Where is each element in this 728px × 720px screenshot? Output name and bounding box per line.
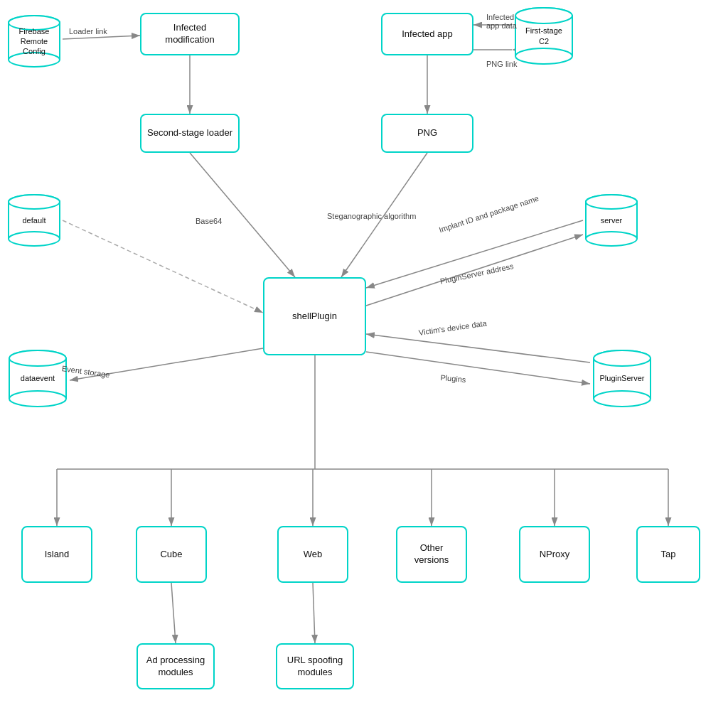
- first-stage-c2-cylinder: First-stage C2: [512, 6, 576, 66]
- svg-point-54: [9, 350, 66, 366]
- svg-point-35: [515, 48, 572, 64]
- second-stage-loader-box: Second-stage loader: [140, 114, 240, 153]
- infected-modification-box: Infected modification: [140, 13, 240, 55]
- svg-line-8: [63, 220, 263, 313]
- svg-point-47: [586, 232, 637, 246]
- shellplugin-box: shellPlugin: [263, 277, 366, 355]
- web-box: Web: [277, 526, 348, 583]
- svg-line-13: [366, 352, 590, 384]
- infected-app-box: Infected app: [381, 13, 473, 55]
- diagram-container: Infected modification Second-stage loade…: [0, 0, 728, 720]
- infected-app-data-label: Infectedapp data: [486, 13, 517, 30]
- steganographic-label: Steganographic algorithm: [327, 212, 416, 220]
- png-box: PNG: [381, 114, 473, 153]
- svg-line-2: [63, 36, 140, 39]
- base64-label: Base64: [196, 217, 222, 225]
- svg-point-60: [594, 350, 651, 366]
- svg-point-41: [9, 232, 60, 246]
- plugins-label: Plugins: [440, 373, 466, 384]
- svg-point-36: [515, 8, 572, 23]
- default-cylinder: default: [6, 192, 63, 249]
- svg-line-7: [190, 153, 295, 277]
- png-link-label: PNG link: [486, 60, 517, 68]
- svg-point-53: [9, 391, 66, 407]
- victims-device-label: Victim's device data: [418, 319, 487, 337]
- svg-line-12: [366, 334, 590, 362]
- cube-box: Cube: [136, 526, 207, 583]
- dataevent-cylinder: dataevent: [6, 348, 70, 409]
- svg-line-23: [171, 583, 176, 643]
- svg-point-48: [586, 195, 637, 209]
- ad-processing-box: Ad processing modules: [136, 643, 215, 689]
- pluginserver-cylinder: PluginServer: [590, 348, 654, 409]
- firebase-cylinder: Firebase Remote Config: [6, 13, 63, 70]
- svg-point-59: [594, 391, 651, 407]
- svg-point-42: [9, 195, 60, 209]
- loader-link-label: Loader link: [69, 27, 107, 36]
- other-versions-box: Other versions: [396, 526, 467, 583]
- url-spoofing-box: URL spoofing modules: [276, 643, 354, 689]
- tap-box: Tap: [636, 526, 700, 583]
- island-box: Island: [21, 526, 92, 583]
- nproxy-box: NProxy: [519, 526, 590, 583]
- server-cylinder: server: [583, 192, 640, 249]
- pluginserver-address-label: PluginServer address: [439, 262, 514, 286]
- svg-line-24: [313, 583, 315, 643]
- implant-id-label: Implant ID and package name: [438, 194, 540, 235]
